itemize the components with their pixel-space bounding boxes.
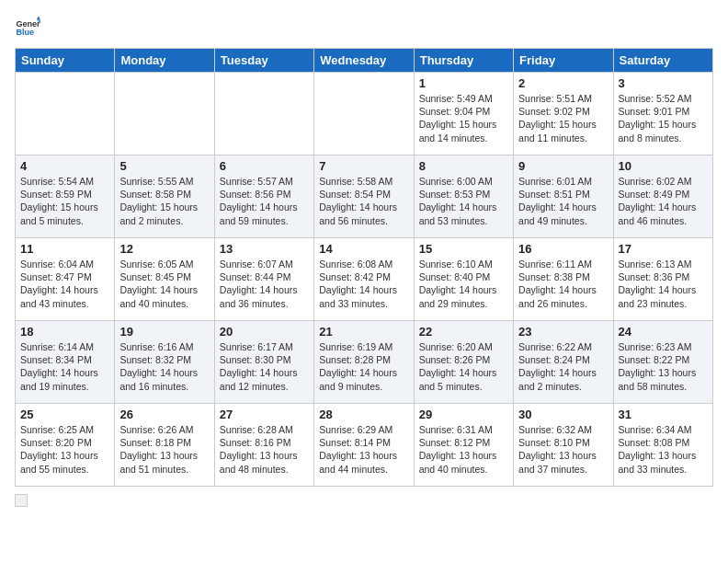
day-info: Sunrise: 6:11 AMSunset: 8:38 PMDaylight:…: [518, 258, 608, 310]
week-row-3: 11Sunrise: 6:04 AMSunset: 8:47 PMDayligh…: [16, 238, 713, 321]
weekday-header-saturday: Saturday: [613, 49, 712, 73]
day-cell: [214, 73, 313, 155]
day-info: Sunrise: 6:00 AMSunset: 8:53 PMDaylight:…: [419, 175, 508, 227]
daylight-box-icon: [15, 494, 28, 507]
day-cell: 21Sunrise: 6:19 AMSunset: 8:28 PMDayligh…: [314, 321, 414, 404]
day-number: 29: [419, 408, 508, 421]
svg-text:General: General: [16, 19, 40, 29]
day-info: Sunrise: 6:22 AMSunset: 8:24 PMDaylight:…: [518, 340, 608, 393]
calendar-footer: [15, 494, 713, 507]
day-cell: 20Sunrise: 6:17 AMSunset: 8:30 PMDayligh…: [214, 321, 313, 404]
day-info: Sunrise: 5:52 AMSunset: 9:01 PMDaylight:…: [619, 92, 708, 144]
day-cell: 28Sunrise: 6:29 AMSunset: 8:14 PMDayligh…: [314, 404, 414, 487]
day-info: Sunrise: 6:10 AMSunset: 8:40 PMDaylight:…: [419, 258, 508, 310]
day-cell: 31Sunrise: 6:34 AMSunset: 8:08 PMDayligh…: [613, 404, 712, 487]
day-number: 12: [119, 242, 209, 256]
day-number: 31: [619, 408, 708, 421]
day-info: Sunrise: 6:04 AMSunset: 8:47 PMDaylight:…: [20, 258, 109, 310]
day-number: 2: [518, 76, 608, 90]
day-number: 18: [20, 325, 109, 339]
day-info: Sunrise: 6:14 AMSunset: 8:34 PMDaylight:…: [20, 340, 109, 393]
day-info: Sunrise: 6:31 AMSunset: 8:12 PMDaylight:…: [419, 423, 508, 476]
week-row-1: 1Sunrise: 5:49 AMSunset: 9:04 PMDaylight…: [16, 73, 713, 155]
day-number: 1: [419, 76, 508, 90]
day-cell: 10Sunrise: 6:02 AMSunset: 8:49 PMDayligh…: [613, 155, 712, 238]
day-cell: 24Sunrise: 6:23 AMSunset: 8:22 PMDayligh…: [613, 321, 712, 404]
day-info: Sunrise: 6:05 AMSunset: 8:45 PMDaylight:…: [119, 258, 209, 310]
calendar-table: SundayMondayTuesdayWednesdayThursdayFrid…: [15, 48, 713, 487]
day-number: 26: [119, 408, 209, 421]
day-info: Sunrise: 6:16 AMSunset: 8:32 PMDaylight:…: [119, 340, 209, 393]
day-cell: 17Sunrise: 6:13 AMSunset: 8:36 PMDayligh…: [613, 238, 712, 321]
day-info: Sunrise: 6:01 AMSunset: 8:51 PMDaylight:…: [518, 175, 608, 227]
svg-marker-2: [37, 16, 40, 19]
day-number: 3: [619, 76, 708, 90]
day-number: 8: [419, 159, 508, 173]
day-number: 25: [20, 408, 109, 421]
day-info: Sunrise: 6:34 AMSunset: 8:08 PMDaylight:…: [619, 423, 708, 476]
day-cell: 3Sunrise: 5:52 AMSunset: 9:01 PMDaylight…: [613, 73, 712, 155]
day-info: Sunrise: 6:28 AMSunset: 8:16 PMDaylight:…: [220, 423, 309, 476]
day-cell: 11Sunrise: 6:04 AMSunset: 8:47 PMDayligh…: [16, 238, 115, 321]
day-cell: 12Sunrise: 6:05 AMSunset: 8:45 PMDayligh…: [115, 238, 214, 321]
day-number: 27: [220, 408, 309, 421]
day-info: Sunrise: 6:26 AMSunset: 8:18 PMDaylight:…: [119, 423, 209, 476]
day-info: Sunrise: 6:29 AMSunset: 8:14 PMDaylight:…: [319, 423, 408, 476]
weekday-header-tuesday: Tuesday: [214, 49, 313, 73]
day-number: 10: [619, 159, 708, 173]
day-number: 23: [518, 325, 608, 339]
day-number: 21: [319, 325, 408, 339]
day-number: 30: [518, 408, 608, 421]
day-number: 7: [319, 159, 408, 173]
day-info: Sunrise: 6:07 AMSunset: 8:44 PMDaylight:…: [220, 258, 309, 310]
day-info: Sunrise: 6:23 AMSunset: 8:22 PMDaylight:…: [619, 340, 708, 393]
day-cell: 25Sunrise: 6:25 AMSunset: 8:20 PMDayligh…: [16, 404, 115, 487]
day-info: Sunrise: 6:17 AMSunset: 8:30 PMDaylight:…: [220, 340, 309, 393]
day-cell: 5Sunrise: 5:55 AMSunset: 8:58 PMDaylight…: [115, 155, 214, 238]
day-cell: 29Sunrise: 6:31 AMSunset: 8:12 PMDayligh…: [414, 404, 513, 487]
day-cell: 8Sunrise: 6:00 AMSunset: 8:53 PMDaylight…: [414, 155, 513, 238]
day-number: 14: [319, 242, 408, 256]
day-info: Sunrise: 6:19 AMSunset: 8:28 PMDaylight:…: [319, 340, 408, 393]
day-info: Sunrise: 6:20 AMSunset: 8:26 PMDaylight:…: [419, 340, 508, 393]
day-info: Sunrise: 5:51 AMSunset: 9:02 PMDaylight:…: [518, 92, 608, 144]
weekday-header-row: SundayMondayTuesdayWednesdayThursdayFrid…: [16, 49, 713, 73]
day-info: Sunrise: 6:32 AMSunset: 8:10 PMDaylight:…: [518, 423, 608, 476]
page-header: General Blue: [15, 15, 713, 40]
day-info: Sunrise: 6:08 AMSunset: 8:42 PMDaylight:…: [319, 258, 408, 310]
day-cell: 13Sunrise: 6:07 AMSunset: 8:44 PMDayligh…: [214, 238, 313, 321]
weekday-header-friday: Friday: [514, 49, 613, 73]
day-cell: 16Sunrise: 6:11 AMSunset: 8:38 PMDayligh…: [514, 238, 613, 321]
day-cell: 7Sunrise: 5:58 AMSunset: 8:54 PMDaylight…: [314, 155, 414, 238]
day-info: Sunrise: 5:58 AMSunset: 8:54 PMDaylight:…: [319, 175, 408, 227]
day-number: 17: [619, 242, 708, 256]
svg-text:Blue: Blue: [16, 28, 34, 37]
day-cell: 4Sunrise: 5:54 AMSunset: 8:59 PMDaylight…: [16, 155, 115, 238]
day-cell: 15Sunrise: 6:10 AMSunset: 8:40 PMDayligh…: [414, 238, 513, 321]
day-cell: 27Sunrise: 6:28 AMSunset: 8:16 PMDayligh…: [214, 404, 313, 487]
day-cell: 2Sunrise: 5:51 AMSunset: 9:02 PMDaylight…: [514, 73, 613, 155]
day-number: 4: [20, 159, 109, 173]
week-row-2: 4Sunrise: 5:54 AMSunset: 8:59 PMDaylight…: [16, 155, 713, 238]
day-cell: 26Sunrise: 6:26 AMSunset: 8:18 PMDayligh…: [115, 404, 214, 487]
day-cell: 1Sunrise: 5:49 AMSunset: 9:04 PMDaylight…: [414, 73, 513, 155]
week-row-4: 18Sunrise: 6:14 AMSunset: 8:34 PMDayligh…: [16, 321, 713, 404]
day-cell: 22Sunrise: 6:20 AMSunset: 8:26 PMDayligh…: [414, 321, 513, 404]
day-info: Sunrise: 5:57 AMSunset: 8:56 PMDaylight:…: [220, 175, 309, 227]
day-number: 16: [518, 242, 608, 256]
day-number: 28: [319, 408, 408, 421]
day-info: Sunrise: 5:49 AMSunset: 9:04 PMDaylight:…: [419, 92, 508, 144]
day-info: Sunrise: 6:25 AMSunset: 8:20 PMDaylight:…: [20, 423, 109, 476]
day-cell: 18Sunrise: 6:14 AMSunset: 8:34 PMDayligh…: [16, 321, 115, 404]
day-number: 24: [619, 325, 708, 339]
logo: General Blue: [15, 15, 40, 40]
day-number: 9: [518, 159, 608, 173]
day-number: 20: [220, 325, 309, 339]
weekday-header-wednesday: Wednesday: [314, 49, 414, 73]
day-info: Sunrise: 6:13 AMSunset: 8:36 PMDaylight:…: [619, 258, 708, 310]
day-cell: 19Sunrise: 6:16 AMSunset: 8:32 PMDayligh…: [115, 321, 214, 404]
day-number: 22: [419, 325, 508, 339]
weekday-header-sunday: Sunday: [16, 49, 115, 73]
day-number: 5: [119, 159, 209, 173]
day-number: 19: [119, 325, 209, 339]
